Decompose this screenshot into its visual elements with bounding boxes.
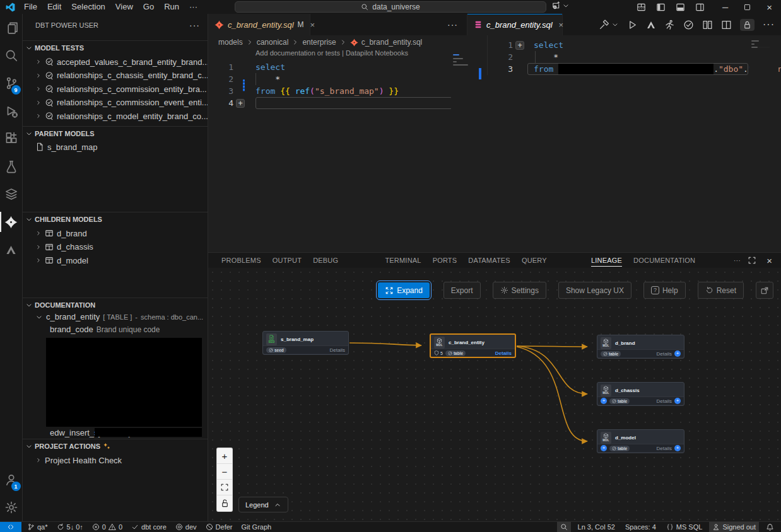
menu-go[interactable]: Go [138, 0, 159, 14]
sidebar-actions-icon[interactable]: ··· [189, 20, 200, 30]
activity-item-explorer[interactable] [0, 14, 23, 42]
panel-tab-lineage[interactable]: LINEAGE [587, 253, 626, 268]
settings-button[interactable]: Settings [493, 282, 546, 299]
editor-left[interactable]: Add documentation or tests | Datapilot N… [208, 49, 486, 109]
status-git-sync[interactable]: 5↓ 0↑ [54, 522, 86, 532]
activity-item-source-control[interactable]: 9 [0, 69, 23, 97]
close-icon[interactable]: × [766, 2, 772, 13]
status-problems[interactable]: 00 [89, 522, 126, 532]
toggle-secondary-sidebar-icon[interactable] [695, 3, 705, 12]
toggle-panel-icon[interactable] [676, 3, 685, 12]
panel-tab-documentation-editor[interactable]: DOCUMENTATION EDITOR [629, 253, 727, 268]
fit-view-button[interactable] [217, 480, 232, 495]
minimize-icon[interactable]: ─ [722, 3, 728, 12]
tab-c-brand-entity-right[interactable]: c_brand_entity.sql × [467, 14, 563, 35]
section-model-tests[interactable]: MODEL TESTS [23, 40, 208, 54]
code-line-3[interactable]: 3from ."dbo"."s_brand [488, 63, 748, 75]
panel-tab-datamates[interactable]: DATAMATES [464, 253, 515, 268]
status-zoom-indicator[interactable] [557, 522, 571, 532]
code-line-1[interactable]: 1+select [488, 39, 748, 51]
show-legacy-ux-button[interactable]: Show Legacy UX [558, 282, 631, 299]
play-icon[interactable] [627, 20, 638, 30]
activity-item-altimate[interactable] [0, 236, 23, 263]
activity-item-search[interactable] [0, 42, 23, 69]
node-details-link[interactable]: Details [495, 350, 512, 356]
status-signed-out[interactable]: Signed out [709, 522, 759, 532]
editor-right[interactable]: 1+select2 *3from ."dbo"."s_brand [487, 35, 748, 75]
tab-c-brand-entity-left[interactable]: c_brand_entity.sql M × [208, 14, 310, 35]
activity-item-layers[interactable] [0, 180, 23, 208]
lineage-node-d_brand[interactable]: MDLd_brandtableDetails+ [597, 335, 684, 359]
child-model-d-model[interactable]: d_model [23, 253, 208, 267]
menu-more[interactable]: ··· [184, 0, 203, 14]
status-git-branch[interactable]: qa* [24, 522, 51, 532]
section-documentation[interactable]: DOCUMENTATION [23, 298, 208, 311]
breadcrumb-item[interactable]: canonical [257, 38, 289, 47]
panel-tab-ports[interactable]: PORTS [428, 253, 462, 268]
expand-downstream-button[interactable]: + [674, 445, 681, 451]
section-parent-models[interactable]: PARENT MODELS [23, 126, 208, 140]
add-line-button[interactable]: + [515, 41, 524, 50]
legend-button[interactable]: Legend [238, 497, 288, 512]
maximize-icon[interactable] [743, 3, 751, 11]
panel-tab-query-results[interactable]: QUERY RESULTS [517, 253, 584, 268]
code-line-4[interactable]: 4+ [208, 97, 486, 109]
status-git-graph[interactable]: Git Graph [238, 522, 274, 532]
model-test-accepted-values-c-brand-entity-brand-[interactable]: accepted_values_c_brand_entity_brand... [23, 55, 208, 69]
breadcrumb-item[interactable]: models [218, 38, 243, 47]
panel-tab-output[interactable]: OUTPUT [268, 253, 306, 268]
codelens-link[interactable]: Add documentation or tests | Datapilot N… [208, 49, 486, 61]
status-language-mode[interactable]: MS SQL [663, 522, 706, 532]
a-logo-icon[interactable] [646, 19, 656, 31]
lock-icon[interactable] [740, 19, 755, 31]
zoom-in-button[interactable]: + [217, 448, 232, 464]
minimap-right[interactable] [749, 37, 778, 251]
model-test-relationships-c-chassis-entity-brand-c-[interactable]: relationships_c_chassis_entity_brand_c..… [23, 69, 208, 83]
lineage-node-d_chassis[interactable]: MDLd_chassis+tableDetails+ [597, 382, 684, 406]
status-cursor-position[interactable]: Ln 3, Col 52 [575, 522, 618, 532]
breadcrumb-item[interactable]: enterprise [302, 38, 336, 47]
node-details-link[interactable]: Details [657, 446, 672, 451]
reset-button[interactable]: Reset [698, 282, 744, 299]
activity-item-accounts[interactable]: 1 [0, 466, 23, 494]
activity-item-dbt-power-user[interactable] [0, 208, 23, 236]
status-remote[interactable] [0, 522, 21, 532]
compare-icon[interactable] [702, 20, 713, 30]
node-details-link[interactable]: Details [657, 398, 672, 404]
menu-run[interactable]: Run [159, 0, 184, 14]
command-center-search[interactable]: data_universe [235, 1, 546, 13]
toggle-sidebar-icon[interactable] [656, 3, 666, 12]
menu-view[interactable]: View [110, 0, 138, 14]
expand-downstream-button[interactable]: + [674, 350, 681, 357]
panel-max-icon[interactable] [748, 255, 756, 266]
launch-profile-icon[interactable] [551, 1, 561, 10]
panel-close-icon[interactable]: × [766, 255, 772, 266]
breadcrumb-item[interactable]: c_brand_entity.sql [361, 38, 423, 47]
help-button[interactable]: ? Help [643, 282, 686, 299]
child-model-d-brand[interactable]: d_brand [23, 226, 208, 240]
panel-tab-problems[interactable]: PROBLEMS [217, 253, 266, 268]
export-button[interactable]: Export [443, 282, 481, 299]
status-dbt-core[interactable]: dbt core [128, 522, 170, 532]
parent-model-s-brand-map[interactable]: s_brand_map [23, 140, 208, 154]
project-action-project-health-check[interactable]: Project Health Check [23, 453, 208, 467]
close-tab-icon[interactable]: × [310, 20, 315, 30]
expand-downstream-button[interactable]: + [674, 398, 681, 404]
code-line-2[interactable]: 2 * [488, 51, 748, 63]
model-test-relationships-c-model-entity-brand-co-[interactable]: relationships_c_model_entity_brand_co... [23, 109, 208, 123]
status-notifications[interactable] [763, 522, 777, 532]
expand-button[interactable]: Expand [378, 282, 430, 298]
activity-item-run-debug[interactable] [0, 97, 23, 125]
doc-column-row[interactable]: brand_code Brand unique code [50, 325, 160, 334]
model-test-relationships-c-commission-event-enti-[interactable]: relationships_c_commission_event_enti... [23, 96, 208, 110]
lineage-node-d_model[interactable]: MDLd_model+tableDetails+ [597, 429, 684, 453]
section-project-actions[interactable]: PROJECT ACTIONS [23, 439, 208, 453]
panel-more-tabs[interactable]: ··· [729, 253, 746, 268]
status-indentation[interactable]: Spaces: 4 [622, 522, 659, 532]
node-details-link[interactable]: Details [330, 347, 345, 353]
lock-toggle-button[interactable] [217, 495, 232, 511]
expand-upstream-button[interactable]: + [601, 398, 607, 404]
status-dbt-target[interactable]: dev [172, 522, 200, 532]
runner-icon[interactable] [664, 20, 675, 30]
node-details-link[interactable]: Details [657, 351, 672, 357]
